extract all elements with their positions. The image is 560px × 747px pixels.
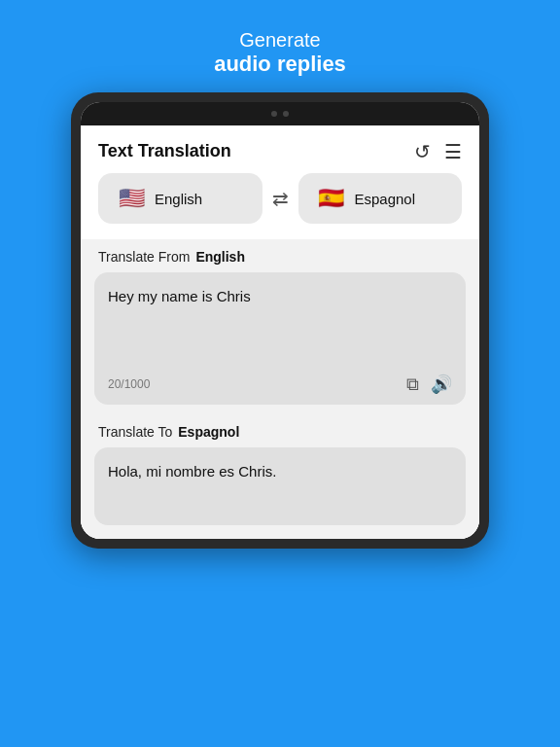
tablet-screen: Text Translation ↺ ☰ 🇺🇸 English ⇄ 🇪🇸 Esp… <box>81 102 479 539</box>
language-selector-row: 🇺🇸 English ⇄ 🇪🇸 Espagnol <box>81 173 479 239</box>
translate-to-lang: Espagnol <box>178 424 239 440</box>
generate-label: Generate <box>214 29 346 52</box>
char-count: 20/1000 <box>108 377 150 391</box>
speaker-icon[interactable]: 🔊 <box>431 374 452 395</box>
audio-replies-label: audio replies <box>214 52 346 77</box>
source-input-text: Hey my name is Chris <box>108 286 452 364</box>
source-flag: 🇺🇸 <box>116 183 147 214</box>
target-flag: 🇪🇸 <box>316 183 347 214</box>
translate-to-label: Translate To Espagnol <box>94 414 466 447</box>
camera-bar <box>81 102 479 125</box>
history-icon[interactable]: ↺ <box>414 142 431 161</box>
camera-dot-2 <box>283 111 289 117</box>
input-actions: ⧉ 🔊 <box>406 374 452 395</box>
translate-from-lang: English <box>195 249 245 265</box>
copy-icon[interactable]: ⧉ <box>406 374 419 395</box>
input-footer: 20/1000 ⧉ 🔊 <box>108 374 452 395</box>
app-title: Text Translation <box>98 141 231 161</box>
translate-from-label: Translate From English <box>94 239 466 272</box>
output-area: Hola, mi nombre es Chris. <box>94 447 466 525</box>
app-header: Text Translation ↺ ☰ <box>81 125 479 173</box>
target-language-name: Espagnol <box>355 191 416 207</box>
swap-languages-icon[interactable]: ⇄ <box>272 187 289 210</box>
source-language-button[interactable]: 🇺🇸 English <box>98 173 262 224</box>
header-icons: ↺ ☰ <box>414 142 462 161</box>
header-text: Generate audio replies <box>214 29 346 77</box>
camera-dot-1 <box>271 111 277 117</box>
source-section: Translate From English Hey my name is Ch… <box>81 239 479 539</box>
app-content: Text Translation ↺ ☰ 🇺🇸 English ⇄ 🇪🇸 Esp… <box>81 125 479 539</box>
target-language-button[interactable]: 🇪🇸 Espagnol <box>298 173 463 224</box>
source-input-area[interactable]: Hey my name is Chris 20/1000 ⧉ 🔊 <box>94 272 466 405</box>
menu-icon[interactable]: ☰ <box>444 142 462 161</box>
output-text: Hola, mi nombre es Chris. <box>108 461 452 483</box>
source-language-name: English <box>155 191 202 207</box>
tablet-frame: Text Translation ↺ ☰ 🇺🇸 English ⇄ 🇪🇸 Esp… <box>71 92 489 549</box>
